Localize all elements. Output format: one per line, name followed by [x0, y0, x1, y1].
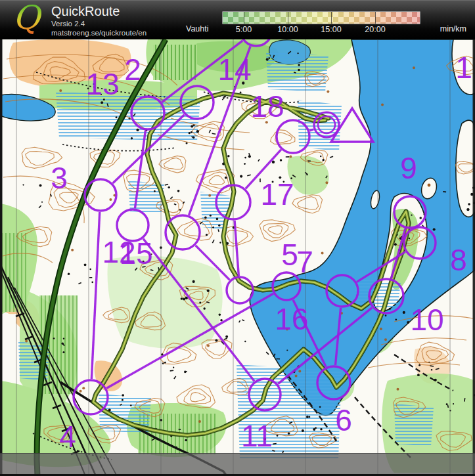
app-version: Versio 2.4 — [51, 19, 147, 28]
pace-scale-title: Vauhti — [186, 24, 209, 33]
app-title: QuickRoute — [51, 3, 147, 19]
control-number: 5 — [281, 238, 298, 272]
logo-letter: Q — [13, 1, 43, 37]
quickroute-logo-icon: Q — [9, 1, 46, 39]
pace-tick-label: 5:00 — [236, 25, 252, 34]
pace-tick-mark — [288, 12, 288, 24]
pace-tick-mark — [331, 12, 332, 24]
pace-tick-label: 15:00 — [321, 25, 341, 34]
map-left-edge — [0, 39, 3, 476]
control-number: 8 — [450, 243, 467, 277]
bottom-overlay — [0, 453, 475, 475]
pace-scale-widget: 5:00 10:00 15:00 20:00 — [222, 11, 420, 24]
pace-gradient-bar — [222, 11, 420, 24]
control-number: 10 — [410, 303, 443, 337]
control-number: 7 — [296, 245, 313, 279]
title-block: QuickRoute Versio 2.4 matstroeng.se/quic… — [51, 3, 147, 37]
control-number: 9 — [400, 151, 417, 185]
orienteering-map: 123456789101112131415161718 — [0, 39, 475, 476]
pace-tick-mark — [244, 12, 244, 24]
app-website-link[interactable]: matstroeng.se/quickroute/en — [51, 28, 147, 37]
control-number: 4 — [59, 420, 76, 454]
map-viewport[interactable]: 123456789101112131415161718 — [0, 39, 475, 476]
control-number: 17 — [260, 177, 294, 211]
header-bar: Q QuickRoute Versio 2.4 matstroeng.se/qu… — [0, 0, 475, 39]
pace-tick-mark — [375, 12, 376, 24]
control-number: 2 — [124, 53, 141, 87]
pace-unit-label: min/km — [440, 24, 466, 33]
control-number: 6 — [335, 403, 352, 437]
control-number: 1 — [455, 51, 472, 85]
control-number: 11 — [241, 419, 273, 453]
pace-tick-label: 10:00 — [277, 25, 298, 34]
control-number: 15 — [119, 236, 152, 270]
map-right-edge — [473, 39, 475, 476]
control-number: 13 — [85, 67, 119, 101]
control-number: 14 — [217, 53, 251, 87]
pace-tick-label: 20:00 — [365, 25, 385, 34]
control-number: 3 — [51, 161, 68, 195]
quickroute-window: Q QuickRoute Versio 2.4 matstroeng.se/qu… — [0, 0, 475, 476]
control-number: 18 — [250, 89, 284, 123]
control-number: 16 — [275, 302, 308, 336]
